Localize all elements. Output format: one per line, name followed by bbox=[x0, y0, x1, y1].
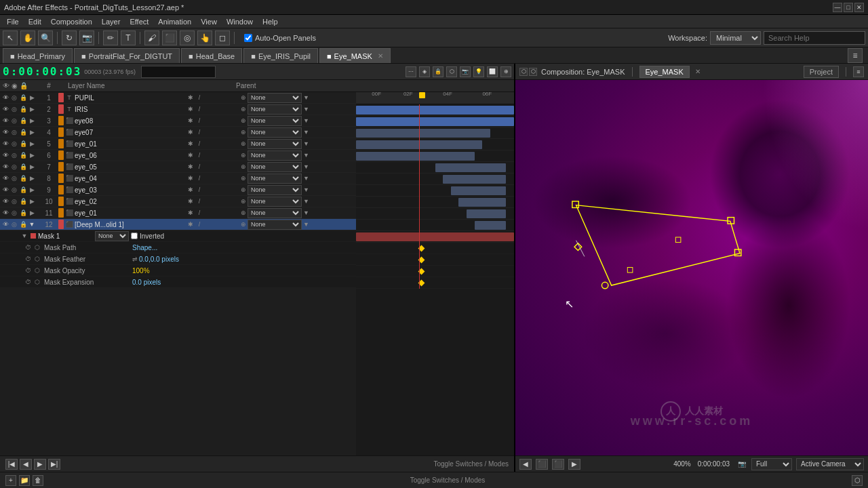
maximize-btn[interactable]: □ bbox=[844, 3, 853, 12]
mask-blend-select[interactable]: None bbox=[95, 231, 129, 241]
layer-3-lock[interactable]: 🔒 bbox=[19, 117, 27, 125]
comp-out-point-btn[interactable]: ⬛ bbox=[552, 459, 564, 470]
layer-8-vis[interactable]: 👁 bbox=[1, 174, 9, 182]
layer-row-1[interactable]: 👁 ◎ 🔒 ▶ 1 T PUPIL ✱ / ⊕ None bbox=[0, 92, 356, 104]
menu-animation[interactable]: Animation bbox=[154, 16, 195, 27]
layer-9-parent-select[interactable]: None bbox=[248, 185, 302, 195]
close-btn[interactable]: ✕ bbox=[854, 3, 864, 12]
layer-2-vis[interactable]: 👁 bbox=[1, 105, 9, 113]
menu-layer[interactable]: Layer bbox=[98, 16, 125, 27]
mask-path-value[interactable]: Shape... bbox=[132, 244, 157, 251]
zoom-level[interactable]: 400% bbox=[673, 460, 691, 468]
layer-2-expand[interactable]: ▶ bbox=[28, 105, 36, 113]
layer-2-sw1[interactable]: ✱ bbox=[186, 105, 195, 113]
layer-1-lock[interactable]: 🔒 bbox=[19, 94, 27, 102]
layer-7-vis[interactable]: 👁 bbox=[1, 163, 9, 171]
brush-tool[interactable]: 🖌 bbox=[144, 30, 159, 45]
menu-file[interactable]: File bbox=[3, 16, 23, 27]
layer-6-vis[interactable]: 👁 bbox=[1, 151, 9, 159]
mask-opacity-value[interactable]: 100% bbox=[132, 267, 150, 274]
new-folder-btn[interactable]: 📁 bbox=[19, 475, 30, 486]
mask-feather-value[interactable]: 0.0,0.0 pixels bbox=[139, 256, 179, 263]
mask-path-stopwatch[interactable]: ⏱ bbox=[23, 243, 33, 252]
camera-tool[interactable]: 📷 bbox=[79, 30, 94, 45]
layer-2-lock[interactable]: 🔒 bbox=[19, 105, 27, 113]
adj-btn[interactable]: ⊕ bbox=[500, 66, 511, 77]
layer-row-8[interactable]: 👁 ◎ 🔒 ▶ 8 ⬛ eye_04 ✱ / ⊕ None bbox=[0, 173, 356, 184]
zoom-tool[interactable]: 🔍 bbox=[38, 30, 53, 45]
layer-1-sw1[interactable]: ✱ bbox=[186, 94, 195, 102]
camera-btn[interactable]: 📷 bbox=[460, 66, 471, 77]
solo-btn[interactable]: ◈ bbox=[419, 66, 430, 77]
rotate-tool[interactable]: ↻ bbox=[62, 30, 77, 45]
comp-tab-eye-mask[interactable]: Eye_MASK bbox=[639, 66, 690, 78]
layer-7-parent-select[interactable]: None bbox=[248, 162, 302, 172]
text-tool[interactable]: T bbox=[121, 30, 136, 45]
layer-9-vis[interactable]: 👁 bbox=[1, 186, 9, 194]
layer-1-sw2[interactable]: / bbox=[195, 94, 203, 102]
menu-help[interactable]: Help bbox=[258, 16, 282, 27]
layer-6-parent-select[interactable]: None bbox=[248, 150, 302, 161]
layer-5-vis[interactable]: 👁 bbox=[1, 140, 9, 148]
layer-11-parent-select[interactable]: None bbox=[248, 208, 302, 218]
comp-next-btn[interactable]: ▶ bbox=[568, 459, 580, 470]
comp-close-tab[interactable]: ✕ bbox=[695, 68, 701, 75]
layer-1-solo[interactable]: ◎ bbox=[10, 94, 18, 102]
layer-4-vis[interactable]: 👁 bbox=[1, 128, 9, 136]
layer-12-expand[interactable]: ▼ bbox=[28, 220, 36, 228]
minimize-btn[interactable]: — bbox=[833, 3, 842, 12]
tab-close-eye-mask[interactable]: ✕ bbox=[378, 52, 383, 60]
layer-3-expand[interactable]: ▶ bbox=[28, 117, 36, 125]
lock-btn[interactable]: 🔒 bbox=[433, 66, 443, 77]
tab-eye-mask[interactable]: ■ Eye_MASK ✕ bbox=[319, 48, 391, 63]
tab-head-base[interactable]: ■ Head_Base bbox=[181, 48, 242, 63]
toggle-bottom-label[interactable]: Toggle Switches / Modes bbox=[410, 476, 486, 484]
eraser-tool[interactable]: ⬛ bbox=[162, 30, 177, 45]
layer-2-solo[interactable]: ◎ bbox=[10, 105, 18, 113]
puppet-tool[interactable]: 👆 bbox=[197, 30, 212, 45]
hand-tool[interactable]: ✋ bbox=[20, 30, 35, 45]
selection-tool[interactable]: ↖ bbox=[3, 30, 18, 45]
layer-12-vis[interactable]: 👁 bbox=[1, 220, 9, 228]
layer-3-vis[interactable]: 👁 bbox=[1, 117, 9, 125]
layer-12-parent-select[interactable]: None bbox=[248, 220, 302, 230]
mask-inverted-checkbox[interactable] bbox=[131, 232, 138, 239]
layer-5-parent-select[interactable]: None bbox=[248, 139, 302, 149]
mask-expansion-value[interactable]: 0.0 pixels bbox=[132, 279, 161, 286]
mask-expansion-stopwatch[interactable]: ⏱ bbox=[23, 277, 33, 287]
layer-1-vis[interactable]: 👁 bbox=[1, 94, 9, 102]
toggle-switches-modes[interactable]: Toggle Switches / Modes bbox=[433, 460, 509, 468]
tab-portrait-flat[interactable]: ■ PortraitFlat_For_DIGTUT bbox=[74, 48, 180, 63]
menu-composition[interactable]: Composition bbox=[47, 16, 96, 27]
layer-row-3[interactable]: 👁 ◎ 🔒 ▶ 3 ⬛ eye08 ✱ / ⊕ None bbox=[0, 115, 356, 127]
new-comp-btn[interactable]: + bbox=[5, 475, 16, 486]
layer-11-vis[interactable]: 👁 bbox=[1, 209, 9, 217]
play-btn[interactable]: ▶ bbox=[34, 459, 46, 470]
shape-tool[interactable]: ◻ bbox=[215, 30, 230, 45]
layer-3-parent-select[interactable]: None bbox=[248, 116, 302, 126]
prev-keyframe-btn[interactable]: |◀ bbox=[5, 459, 18, 470]
workspace-select[interactable]: Minimal Standard bbox=[710, 31, 761, 45]
menu-view[interactable]: View bbox=[197, 16, 221, 27]
layer-10-parent-select[interactable]: None bbox=[248, 197, 302, 207]
layer-row-12[interactable]: 👁 ◎ 🔒 ▼ 12 ⬛ [Deep M...olid 1] ✱ / ⊕ bbox=[0, 219, 356, 230]
panel-options-btn[interactable]: ≡ bbox=[848, 48, 863, 63]
menu-window[interactable]: Window bbox=[222, 16, 257, 27]
prev-frame-btn[interactable]: ◀ bbox=[20, 459, 32, 470]
menu-edit[interactable]: Edit bbox=[24, 16, 45, 27]
mask-feather-stopwatch[interactable]: ⏱ bbox=[23, 254, 33, 264]
menu-effect[interactable]: Effect bbox=[125, 16, 153, 27]
layer-4-parent-select[interactable]: None bbox=[248, 127, 302, 138]
tab-eye-iris-pupil[interactable]: ■ Eye_IRIS_Pupil bbox=[243, 48, 318, 63]
delete-btn[interactable]: 🗑 bbox=[33, 475, 43, 486]
search-help-input[interactable] bbox=[764, 31, 865, 45]
comp-options-btn[interactable]: ≡ bbox=[853, 66, 864, 77]
layer-row-4[interactable]: 👁 ◎ 🔒 ▶ 4 ⬛ eye07 ✱ / ⊕ None bbox=[0, 127, 356, 138]
auto-open-checkbox[interactable] bbox=[244, 34, 252, 42]
layer-row-11[interactable]: 👁 ◎ 🔒 ▶ 11 ⬛ eye_01 ✱ / ⊕ Non bbox=[0, 207, 356, 219]
layer-row-9[interactable]: 👁 ◎ 🔒 ▶ 9 ⬛ eye_03 ✱ / ⊕ None bbox=[0, 184, 356, 196]
flow-graph-btn[interactable]: ⬡ bbox=[852, 475, 863, 486]
layer-row-2[interactable]: 👁 ◎ 🔒 ▶ 2 T IRIS ✱ / ⊕ None bbox=[0, 104, 356, 115]
light-btn[interactable]: 💡 bbox=[473, 66, 484, 77]
layer-1-parent-select[interactable]: None bbox=[248, 93, 302, 103]
